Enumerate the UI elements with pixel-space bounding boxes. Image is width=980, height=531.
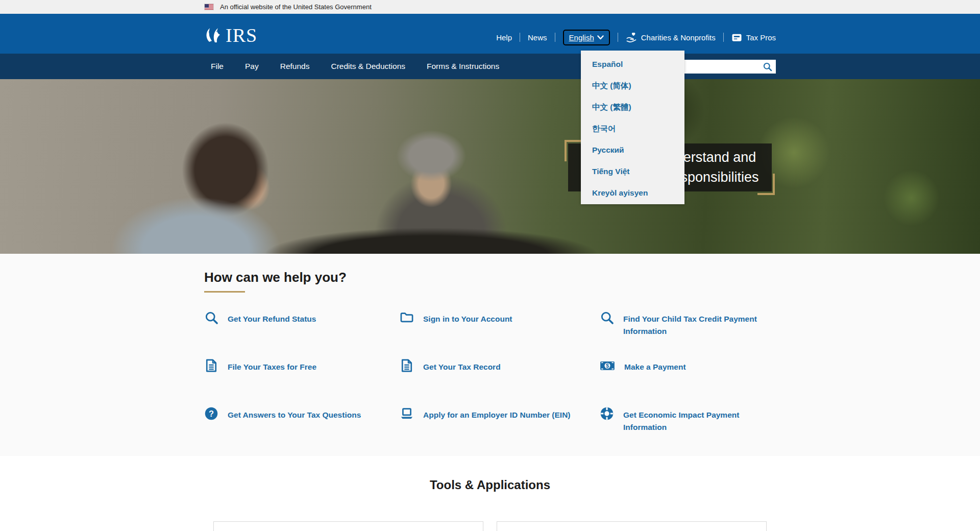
refund-status-link[interactable]: Get Your Refund Status bbox=[204, 311, 400, 340]
dollar-bill-icon: $ bbox=[600, 358, 615, 373]
help-links-grid: Get Your Refund Status Sign in to Your A… bbox=[204, 311, 776, 436]
help-section: How can we help you? Get Your Refund Sta… bbox=[0, 254, 980, 456]
gov-banner-text: An official website of the United States… bbox=[220, 3, 372, 11]
svg-text:$: $ bbox=[606, 363, 609, 369]
separator bbox=[555, 33, 555, 42]
gov-banner: An official website of the United States… bbox=[0, 0, 980, 14]
child-tax-credit-link[interactable]: Find Your Child Tax Credit Payment Infor… bbox=[600, 311, 776, 340]
tools-cards-row bbox=[0, 521, 980, 531]
tax-questions-link[interactable]: ? Get Answers to Your Tax Questions bbox=[204, 407, 400, 436]
irs-wordmark: IRS bbox=[226, 26, 257, 45]
nav-item-credits-deductions[interactable]: Credits & Deductions bbox=[320, 54, 416, 79]
hero-image: Helping you understand and meet your tax… bbox=[0, 79, 980, 254]
search-icon bbox=[204, 310, 218, 325]
search-button[interactable] bbox=[758, 60, 776, 74]
apply-ein-link[interactable]: Apply for an Employer ID Number (EIN) bbox=[400, 407, 600, 436]
make-payment-link[interactable]: $ Make a Payment bbox=[600, 359, 776, 388]
tax-record-link[interactable]: Get Your Tax Record bbox=[400, 359, 600, 388]
language-option-chinese-simplified[interactable]: 中文 (简体) bbox=[581, 75, 684, 96]
nav-item-file[interactable]: File bbox=[204, 54, 234, 79]
document-icon bbox=[204, 358, 218, 373]
search-icon bbox=[600, 310, 614, 325]
life-ring-icon bbox=[600, 406, 614, 421]
irs-eagle-icon bbox=[204, 25, 225, 45]
tax-pros-link[interactable]: Tax Pros bbox=[731, 33, 776, 42]
file-taxes-free-link[interactable]: File Your Taxes for Free bbox=[204, 359, 400, 388]
news-link[interactable]: News bbox=[528, 33, 547, 42]
economic-impact-payment-link[interactable]: Get Economic Impact Payment Information bbox=[600, 407, 776, 436]
language-option-korean[interactable]: 한국어 bbox=[581, 118, 684, 139]
separator bbox=[618, 33, 618, 42]
tools-section-title: Tools & Applications bbox=[0, 456, 980, 492]
language-current-label: English bbox=[569, 33, 594, 42]
search-icon bbox=[763, 62, 772, 71]
separator bbox=[723, 33, 724, 42]
question-circle-icon: ? bbox=[204, 406, 218, 421]
id-badge-icon bbox=[731, 33, 742, 42]
language-option-espanol[interactable]: Español bbox=[581, 54, 684, 75]
separator bbox=[520, 33, 520, 42]
main-nav: File Pay Refunds Credits & Deductions Fo… bbox=[0, 54, 980, 79]
hand-heart-icon bbox=[626, 32, 637, 42]
help-section-title: How can we help you? bbox=[204, 270, 776, 285]
help-link[interactable]: Help bbox=[496, 33, 512, 42]
site-header: IRS Help News English Ch bbox=[0, 14, 980, 54]
sign-in-account-link[interactable]: Sign in to Your Account bbox=[400, 311, 600, 340]
nav-item-refunds[interactable]: Refunds bbox=[270, 54, 321, 79]
language-option-vietnamese[interactable]: Tiếng Việt bbox=[581, 161, 684, 182]
svg-text:?: ? bbox=[209, 409, 214, 418]
tools-card bbox=[497, 521, 767, 531]
chevron-down-icon bbox=[597, 35, 604, 40]
nav-item-pay[interactable]: Pay bbox=[234, 54, 270, 79]
tax-pros-label: Tax Pros bbox=[746, 33, 776, 42]
folder-icon bbox=[400, 310, 414, 325]
laptop-icon bbox=[400, 406, 414, 421]
language-option-chinese-traditional[interactable]: 中文 (繁體) bbox=[581, 96, 684, 118]
nav-item-forms-instructions[interactable]: Forms & Instructions bbox=[416, 54, 510, 79]
header-utility-nav: Help News English Charities & Nonprofits bbox=[496, 28, 776, 46]
charities-nonprofits-link[interactable]: Charities & Nonprofits bbox=[626, 32, 716, 42]
charities-nonprofits-label: Charities & Nonprofits bbox=[641, 33, 716, 42]
us-flag-icon bbox=[204, 4, 214, 10]
language-dropdown-button[interactable]: English bbox=[563, 30, 610, 45]
language-menu: Español 中文 (简体) 中文 (繁體) 한국어 Русский Tiến… bbox=[581, 51, 684, 204]
gold-underline bbox=[204, 291, 245, 293]
tools-card bbox=[213, 521, 483, 531]
language-option-haitian-creole[interactable]: Kreyòl ayisyen bbox=[581, 182, 684, 204]
tools-section: Tools & Applications bbox=[0, 456, 980, 531]
irs-logo[interactable]: IRS bbox=[204, 25, 257, 45]
language-option-russian[interactable]: Русский bbox=[581, 139, 684, 161]
document-icon bbox=[400, 358, 414, 373]
